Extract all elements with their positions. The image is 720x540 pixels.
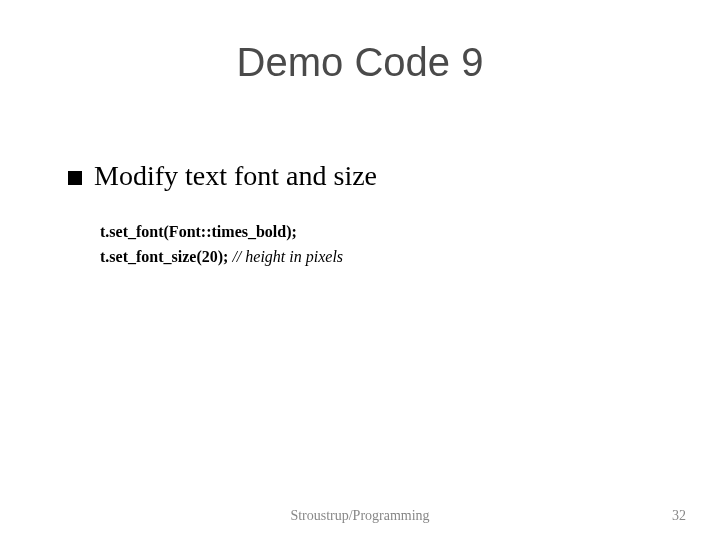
code-line-2-bold: t.set_font_size(20);	[100, 248, 228, 265]
code-line-1: t.set_font(Font::times_bold);	[100, 220, 660, 245]
code-line-2: t.set_font_size(20); // height in pixels	[100, 245, 660, 270]
bullet-item: Modify text font and size	[68, 160, 660, 192]
code-line-2-comment: // height in pixels	[228, 248, 343, 265]
bullet-text: Modify text font and size	[94, 160, 377, 192]
square-bullet-icon	[68, 171, 82, 185]
slide-container: Demo Code 9 Modify text font and size t.…	[0, 0, 720, 540]
code-block: t.set_font(Font::times_bold); t.set_font…	[100, 220, 660, 270]
page-number: 32	[672, 508, 686, 524]
slide-content: Modify text font and size t.set_font(Fon…	[68, 160, 660, 270]
slide-footer: Stroustrup/Programming	[0, 508, 720, 524]
slide-title: Demo Code 9	[0, 0, 720, 85]
